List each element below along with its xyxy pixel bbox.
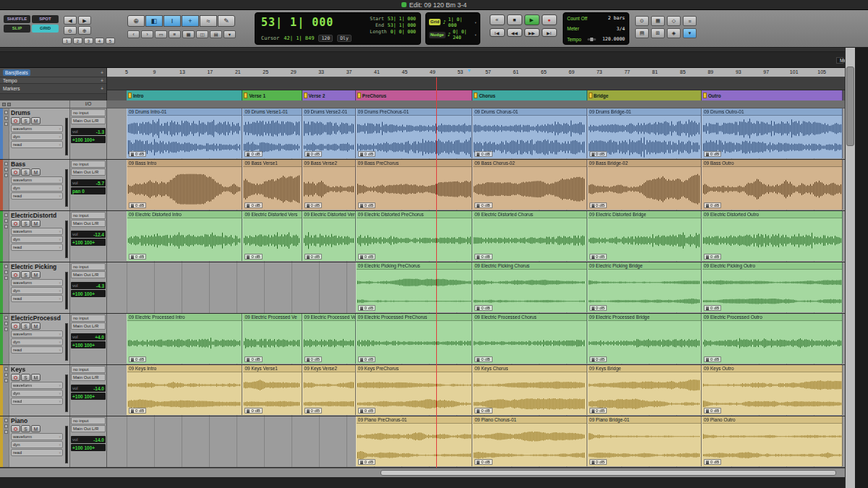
automation-mode-selector[interactable]: read▾ bbox=[11, 295, 63, 302]
clip-gain-badge[interactable]: 0 dB bbox=[704, 305, 721, 311]
toolbar-option-button-1[interactable]: ▦ bbox=[651, 16, 665, 26]
solo-button[interactable]: S bbox=[21, 220, 30, 227]
audio-clip[interactable]: 09 Piano Outro0 dB bbox=[702, 416, 843, 466]
track-lane[interactable]: 09 Electric Distorted Intro0 dB09 Electr… bbox=[107, 211, 845, 262]
track-view-selector[interactable]: waveform▾ bbox=[11, 433, 63, 440]
clip-gain-badge[interactable]: 0 dB bbox=[475, 408, 492, 414]
toolbar-option-button-5[interactable]: ⊞ bbox=[651, 28, 665, 38]
clip-gain-badge[interactable]: 0 dB bbox=[305, 408, 322, 414]
toolbar-option-button-4[interactable]: ▤ bbox=[635, 28, 649, 38]
volume-display[interactable]: vol-4.3 bbox=[71, 282, 106, 289]
clip-gain-badge[interactable]: 0 dB bbox=[475, 459, 492, 465]
mode-shuffle-button[interactable]: SHUFFLE bbox=[4, 15, 30, 23]
input-selector[interactable]: no input bbox=[71, 417, 106, 424]
record-button[interactable]: ● bbox=[542, 14, 557, 25]
clip-gain-badge[interactable]: 0 dB bbox=[704, 356, 721, 362]
track-name[interactable]: Keys bbox=[11, 366, 68, 373]
tempo-meter-rulers[interactable] bbox=[107, 77, 845, 90]
output-selector[interactable]: Main Out L/R bbox=[71, 220, 106, 227]
clip-gain-badge[interactable]: 0 dB bbox=[358, 305, 375, 311]
tempo-chip[interactable]: 120 bbox=[318, 35, 333, 42]
pan-display[interactable]: +100 100+ bbox=[71, 239, 106, 246]
toolbar-option-button-7[interactable]: ▾ bbox=[683, 28, 697, 38]
track-gutter-icon[interactable] bbox=[4, 265, 8, 268]
audio-clip[interactable]: 09 Electric Distorted Intro0 dB bbox=[127, 211, 242, 261]
edit-option-button-5[interactable]: ◫ bbox=[196, 30, 208, 38]
solo-button[interactable]: S bbox=[21, 117, 30, 124]
edit-option-button-7[interactable]: ▾ bbox=[224, 30, 236, 38]
clip-gain-badge[interactable]: 0 dB bbox=[129, 408, 146, 414]
audio-clip[interactable]: 09 Electric Picking Bridge0 dB bbox=[587, 262, 702, 312]
nudge-mode-button[interactable]: Nudge bbox=[429, 32, 446, 38]
track-view-selector[interactable]: waveform▾ bbox=[11, 125, 63, 132]
track-view-selector[interactable]: waveform▾ bbox=[11, 382, 63, 389]
audio-clip[interactable]: 09 Bass Chorus-020 dB bbox=[472, 160, 587, 210]
audio-clip[interactable]: 09 Electric Distorted Vers0 dB bbox=[302, 211, 356, 261]
audio-clip[interactable]: 09 Electric Processed Intro0 dB bbox=[127, 314, 242, 364]
output-selector[interactable]: Main Out L/R bbox=[71, 374, 106, 381]
clip-gain-badge[interactable]: 0 dB bbox=[475, 356, 492, 362]
clip-gain-badge[interactable]: 0 dB bbox=[244, 254, 262, 260]
marker-verse-1[interactable]: Verse 1 bbox=[242, 90, 302, 100]
vertical-scrollbar[interactable] bbox=[845, 48, 855, 488]
chevron-down-icon[interactable]: ▾ bbox=[475, 33, 477, 37]
grid-value[interactable]: 1| 0| 000 bbox=[448, 17, 472, 28]
mode-slip-button[interactable]: SLIP bbox=[4, 25, 30, 33]
automation-mode-selector[interactable]: read▾ bbox=[11, 346, 63, 354]
audio-clip[interactable]: 09 Piano Bridge-010 dB bbox=[587, 416, 702, 466]
stop-button[interactable]: ■ bbox=[507, 14, 522, 25]
clip-gain-badge[interactable]: 0 dB bbox=[704, 202, 721, 208]
count-off-button[interactable]: Count Off bbox=[567, 16, 587, 21]
volume-display[interactable]: vol+4.0 bbox=[71, 333, 106, 341]
clip-gain-badge[interactable]: 0 dB bbox=[129, 202, 146, 208]
elastic-audio-selector[interactable]: dyn▾ bbox=[11, 338, 63, 346]
track-name[interactable]: ElectricDistortd bbox=[11, 212, 68, 219]
pan-display[interactable]: +100 100+ bbox=[71, 393, 106, 400]
pan-display[interactable]: +100 100+ bbox=[71, 290, 106, 297]
pan-display[interactable]: +100 100+ bbox=[71, 136, 106, 143]
selector-tool-button[interactable]: I bbox=[163, 15, 181, 27]
track-name[interactable]: Piano bbox=[11, 417, 68, 424]
audio-clip[interactable]: 09 Drums Bridge-010 dB bbox=[587, 108, 702, 158]
audio-clip[interactable]: 09 Electric Picking Outro0 dB bbox=[702, 262, 843, 312]
return-to-zero-button[interactable]: I◀ bbox=[490, 28, 505, 37]
audio-clip[interactable]: 09 Electric Distorted Chorus0 dB bbox=[472, 211, 587, 261]
record-enable-button[interactable] bbox=[11, 168, 20, 176]
elastic-audio-selector[interactable]: dyn▾ bbox=[11, 184, 63, 192]
clip-gain-badge[interactable]: 0 dB bbox=[475, 254, 492, 260]
audio-clip[interactable]: 09 Keys Bridge0 dB bbox=[587, 365, 702, 415]
volume-display[interactable]: vol-14.0 bbox=[71, 385, 106, 392]
edit-option-button-3[interactable]: ≡ bbox=[169, 30, 181, 38]
delay-compensation-chip[interactable]: Dly bbox=[337, 35, 352, 42]
audio-clip[interactable]: 09 Electric Processed Bridge0 dB bbox=[587, 314, 702, 364]
automation-mode-selector[interactable]: read▾ bbox=[11, 244, 63, 251]
audio-clip[interactable]: 09 Drums PreChorus-010 dB bbox=[356, 108, 472, 158]
track-view-selector[interactable]: waveform▾ bbox=[11, 279, 63, 286]
track-gutter-icon[interactable] bbox=[4, 219, 8, 223]
output-selector[interactable]: Main Out L/R bbox=[71, 168, 106, 176]
end-value[interactable]: 53| 1| 000 bbox=[388, 22, 416, 29]
playhead[interactable] bbox=[436, 77, 437, 468]
track-gutter-icon[interactable] bbox=[4, 270, 8, 274]
audio-clip[interactable]: 09 Electric Processed Ve0 dB bbox=[302, 314, 356, 364]
plus-icon[interactable]: + bbox=[101, 78, 103, 83]
clip-gain-badge[interactable]: 0 dB bbox=[129, 356, 146, 362]
clip-gain-badge[interactable]: 0 dB bbox=[590, 459, 607, 465]
length-value[interactable]: 0| 0| 000 bbox=[391, 29, 416, 35]
elastic-audio-selector[interactable]: dyn▾ bbox=[11, 133, 63, 140]
track-gutter-icon[interactable] bbox=[4, 316, 8, 320]
track-gutter-icon[interactable] bbox=[4, 424, 8, 428]
pencil-tool-button[interactable]: ✎ bbox=[218, 15, 235, 27]
ruler-label-bars-beats[interactable]: Bars|Beats+ bbox=[0, 68, 106, 77]
record-enable-button[interactable] bbox=[11, 220, 20, 227]
horizontal-scrollbar[interactable] bbox=[0, 468, 845, 477]
clip-gain-badge[interactable]: 0 dB bbox=[358, 459, 375, 465]
audio-clip[interactable]: 09 Electric Picking Chorus0 dB bbox=[472, 262, 587, 312]
track-view-selector[interactable]: waveform▾ bbox=[11, 330, 63, 338]
input-selector[interactable]: no input bbox=[71, 263, 106, 270]
zoom-button-3[interactable]: ⊕ bbox=[78, 26, 91, 35]
edit-option-button-2[interactable]: ▭ bbox=[155, 30, 167, 38]
audio-clip[interactable]: 09 Keys Chorus0 dB bbox=[472, 365, 587, 415]
audio-clip[interactable]: 09 Bass Verse10 dB bbox=[242, 160, 302, 210]
marker-prechorus[interactable]: PreChorus bbox=[356, 90, 472, 100]
